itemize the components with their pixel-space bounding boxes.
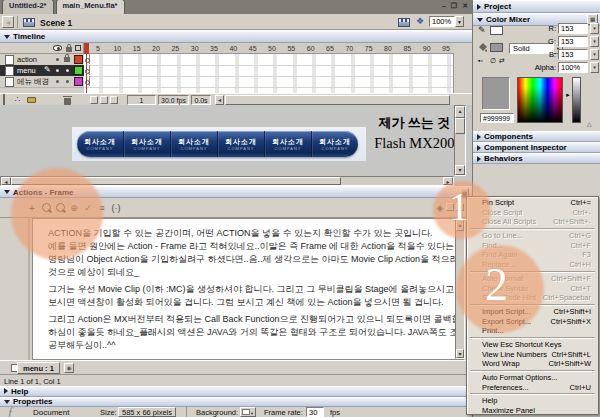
layer-visible-dot[interactable] <box>56 80 59 83</box>
layer-row-menu-bg[interactable]: 메뉴 배경 <box>0 76 84 88</box>
component-inspector-panel-header[interactable]: Component Inspector <box>473 142 600 153</box>
menu-item[interactable]: Word WrapCtrl+Shift+W <box>468 359 597 369</box>
layer-visible-dot[interactable] <box>56 69 59 72</box>
actions-panel-header[interactable]: Actions - Frame ▤ <box>0 186 472 198</box>
stroke-color-pencil-icon[interactable]: ✎ <box>478 25 486 35</box>
edit-symbols-icon[interactable]: ❖ <box>416 16 424 26</box>
scroll-up-arrow[interactable]: ▴ <box>456 220 464 231</box>
layer-lock-dot[interactable] <box>66 80 69 83</box>
color-channel-input[interactable]: 100% <box>558 62 588 73</box>
insert-target-path-button[interactable]: ⊕ <box>68 202 80 214</box>
outline-all-icon[interactable] <box>75 45 81 51</box>
stage-horizontal-scrollbar[interactable]: ◂ ▸ <box>0 176 454 186</box>
fill-color-bucket-icon[interactable] <box>478 42 488 52</box>
tab-untitled-2[interactable]: Untitled-2* <box>2 0 54 14</box>
menu-item[interactable]: Help <box>468 396 597 406</box>
menu-item[interactable]: Import Script...Ctrl+Shift+I <box>468 307 597 317</box>
scroll-down-arrow[interactable]: ▾ <box>455 165 465 175</box>
brightness-slider-handle[interactable]: ► <box>565 92 571 98</box>
window-close-button[interactable]: ✕ <box>462 2 468 10</box>
window-minimize-button[interactable]: – <box>442 2 446 10</box>
color-channel-input[interactable]: 153 <box>558 49 588 60</box>
default-colors-icon[interactable]: ▪▫ <box>478 57 483 64</box>
project-panel-header[interactable]: Project <box>473 0 600 13</box>
onion-skin-outlines-button[interactable] <box>100 96 108 104</box>
nav-item-company[interactable]: 회사소개COMPANY <box>218 131 265 157</box>
add-action-button[interactable]: + <box>26 202 38 214</box>
onion-skin-button[interactable] <box>90 96 98 104</box>
zoom-dropdown-button[interactable]: ▼ <box>455 16 464 27</box>
nav-item-company[interactable]: 회사소개COMPANY <box>77 131 124 157</box>
components-panel-header[interactable]: Components <box>473 131 600 142</box>
nav-item-company[interactable]: 회사소개COMPANY <box>124 131 171 157</box>
size-button[interactable]: 585 x 66 pixels <box>118 407 176 417</box>
stage-vertical-scrollbar[interactable]: ▴ ▾ <box>454 105 466 176</box>
help-panel-header[interactable]: Help <box>0 386 472 397</box>
check-syntax-button[interactable]: ✓ <box>82 202 94 214</box>
keyframe-cell[interactable] <box>84 65 90 75</box>
timeline-ruler[interactable]: 5101520253035404550556065707580859095 <box>84 43 454 54</box>
channel-stepper-button[interactable]: ▾ <box>590 49 599 60</box>
lock-all-icon[interactable] <box>66 47 72 52</box>
layer-outline-swatch[interactable] <box>74 77 83 86</box>
view-options-button[interactable] <box>446 203 454 211</box>
scroll-down-arrow[interactable]: ▾ <box>456 349 464 358</box>
menu-item[interactable]: View Line NumbersCtrl+Shift+L <box>468 350 597 360</box>
layer-outline-swatch[interactable] <box>74 55 83 64</box>
pin-script-icon[interactable]: ◉ <box>64 363 74 373</box>
frame-grid[interactable] <box>84 54 454 93</box>
insert-folder-button[interactable] <box>27 97 36 103</box>
swap-colors-icon[interactable]: ⇄ <box>499 57 505 65</box>
color-channel-input[interactable]: 153 <box>558 23 588 34</box>
nav-item-company[interactable]: 회사소개COMPANY <box>265 131 312 157</box>
back-button[interactable]: ◄ <box>2 16 14 28</box>
window-restore-button[interactable]: ❐ <box>451 2 457 10</box>
collapse-triangle-icon[interactable]: △ <box>587 120 592 127</box>
add-motion-guide-button[interactable]: ∴ <box>15 96 20 104</box>
layer-outline-swatch[interactable] <box>74 66 83 75</box>
script-scrollbar[interactable]: ▴ ▾ <box>455 219 465 359</box>
reference-button[interactable] <box>456 203 464 211</box>
stroke-color-swatch[interactable] <box>490 26 503 35</box>
insert-layer-button[interactable] <box>3 95 5 104</box>
edit-scene-icon[interactable] <box>398 18 410 27</box>
edit-multiple-frames-button[interactable] <box>110 96 118 104</box>
channel-stepper-button[interactable]: ▾ <box>590 36 599 47</box>
show-code-hint-button[interactable]: (·) <box>110 202 122 214</box>
keyframe-cell[interactable] <box>84 54 90 64</box>
playhead-marker[interactable] <box>84 43 89 54</box>
find-replace-button[interactable] <box>54 202 66 214</box>
properties-panel-header[interactable]: Properties <box>0 397 472 408</box>
menu-item[interactable]: Auto Format Options... <box>468 373 597 383</box>
scrollbar-thumb[interactable] <box>11 177 341 185</box>
menu-item[interactable]: View Esc Shortcut Keys <box>468 340 597 350</box>
script-tab-menu[interactable]: menu : 1 <box>17 362 60 374</box>
debug-options-button[interactable]: ◈ <box>434 202 446 214</box>
nav-item-company[interactable]: 회사소개COMPANY <box>312 131 358 157</box>
color-field[interactable] <box>517 77 563 123</box>
brightness-slider[interactable] <box>572 77 581 123</box>
background-color-swatch[interactable]: ▼ <box>240 407 256 417</box>
layer-lock-icon[interactable] <box>64 57 70 62</box>
no-color-icon[interactable]: ∅ <box>490 57 496 65</box>
menu-item[interactable]: Preferences...Ctrl+U <box>468 383 597 393</box>
auto-format-button[interactable]: ≡ <box>96 202 108 214</box>
fill-color-swatch[interactable] <box>490 43 503 52</box>
scroll-left-arrow[interactable]: ◂ <box>1 177 11 185</box>
menu-item[interactable]: Print... <box>468 326 597 336</box>
stage-area[interactable]: 회사소개COMPANY회사소개COMPANY회사소개COMPANY회사소개COM… <box>0 105 472 186</box>
color-channel-input[interactable]: 153 <box>558 36 588 47</box>
menu-item[interactable]: Pin ScriptCtrl+= <box>468 198 597 208</box>
channel-stepper-button[interactable]: ▾ <box>590 23 599 34</box>
layer-lock-dot[interactable] <box>66 69 69 72</box>
layer-visible-dot[interactable] <box>56 58 59 61</box>
frame-rate-field[interactable]: 30.0 fps <box>158 95 189 105</box>
find-button[interactable] <box>40 202 52 214</box>
script-pane[interactable]: ACTION을 기입할 수 있는 공간이며, 어떤 ACTION을 넣을 수 있… <box>32 218 464 360</box>
timeline-scroll-left-arrow[interactable]: ◂ <box>215 95 224 105</box>
zoom-input[interactable]: 100% <box>429 16 455 27</box>
scroll-up-arrow[interactable]: ▴ <box>455 106 465 118</box>
stage-nav-bar[interactable]: 회사소개COMPANY회사소개COMPANY회사소개COMPANY회사소개COM… <box>77 131 358 157</box>
channel-stepper-button[interactable]: ▾ <box>590 62 599 73</box>
menu-item[interactable]: Export Script...Ctrl+Shift+X <box>468 317 597 327</box>
